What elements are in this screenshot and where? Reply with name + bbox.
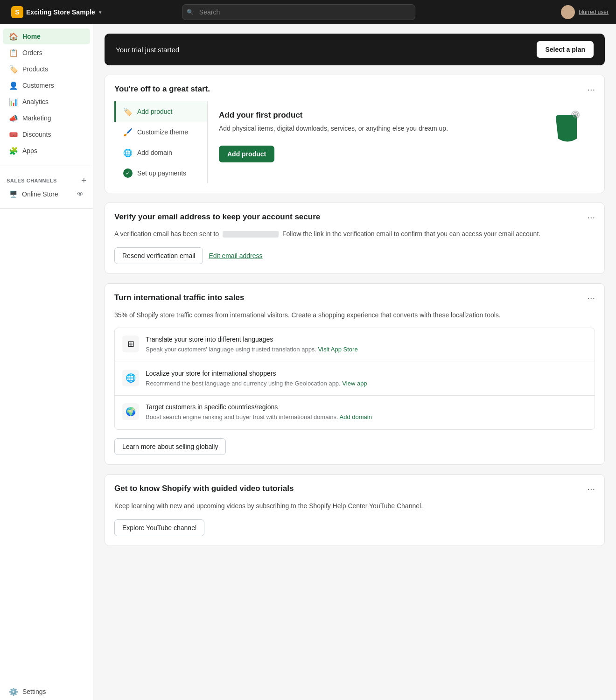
sidebar-products-label: Products (22, 65, 48, 73)
translate-title: Translate your store into different lang… (146, 336, 587, 343)
international-card-description: 35% of Shopify store traffic comes from … (114, 310, 595, 320)
analytics-icon: 📊 (9, 98, 18, 106)
add-domain-link[interactable]: Add domain (340, 413, 372, 420)
add-product-button[interactable]: Add product (219, 146, 274, 162)
sidebar-marketing-label: Marketing (22, 114, 51, 122)
localize-icon: 🌐 (122, 370, 139, 386)
sidebar-item-products[interactable]: 🏷️ Products (3, 61, 90, 77)
sidebar-customers-label: Customers (22, 82, 54, 89)
youtube-card-more-button[interactable]: ··· (587, 484, 595, 493)
payments-check-icon: ✓ (123, 168, 133, 178)
add-sales-channel-button[interactable]: + (81, 176, 86, 185)
home-icon: 🏠 (9, 32, 18, 41)
sidebar-item-orders[interactable]: 📋 Orders (3, 45, 90, 61)
add-domain-step-icon: 🌐 (123, 148, 133, 157)
sales-channels-label: SALES CHANNELS (7, 178, 57, 183)
international-card: Turn international traffic into sales ··… (105, 283, 605, 465)
top-bar: S Exciting Store Sample ▼ blurred user (0, 0, 616, 24)
setup-steps-sidebar: 🏷️ Add product 🖌️ Customize theme (114, 101, 208, 183)
sidebar: 🏠 Home 📋 Orders 🏷️ Products 👤 Customers … (0, 24, 93, 700)
international-items-list: ⊞ Translate your store into different la… (114, 328, 595, 430)
list-item: ⊞ Translate your store into different la… (115, 328, 595, 362)
verify-card-more-button[interactable]: ··· (587, 212, 595, 222)
setup-card-more-button[interactable]: ··· (587, 84, 595, 94)
setup-step-customize-theme[interactable]: 🖌️ Customize theme (114, 122, 207, 142)
store-icon: S (11, 6, 23, 18)
customize-theme-step-icon: 🖌️ (123, 127, 133, 137)
avatar-name: blurred user (579, 9, 609, 15)
avatar[interactable] (561, 5, 575, 19)
add-domain-step-label: Add domain (137, 149, 172, 156)
list-item: 🌍 Target customers in specific countries… (115, 396, 595, 429)
target-regions-icon: 🌍 (122, 403, 139, 420)
sidebar-home-label: Home (22, 33, 41, 40)
store-name-label: Exciting Store Sample (26, 8, 95, 16)
setup-step-set-up-payments[interactable]: ✓ Set up payments (114, 163, 207, 183)
trial-banner: Your trial just started Select a plan (105, 34, 605, 65)
view-geolocation-app-link[interactable]: View app (342, 380, 367, 387)
top-bar-right: blurred user (561, 5, 609, 19)
translate-desc: Speak your customers' language using tru… (146, 345, 587, 354)
target-regions-content: Target customers in specific countries/r… (146, 403, 587, 422)
youtube-card-description: Keep learning with new and upcoming vide… (114, 501, 595, 511)
set-up-payments-step-label: Set up payments (137, 169, 186, 177)
setup-step-active-title: Add your first product (219, 111, 584, 120)
sidebar-item-analytics[interactable]: 📊 Analytics (3, 94, 90, 110)
verify-email-title: Verify your email address to keep your a… (114, 212, 320, 222)
resend-verification-button[interactable]: Resend verification email (114, 247, 203, 264)
store-chevron-icon: ▼ (98, 10, 103, 15)
edit-email-link[interactable]: Edit email address (209, 252, 262, 259)
online-store-icon: 🖥️ (9, 190, 17, 198)
youtube-card-title: Get to know Shopify with guided video tu… (114, 484, 294, 493)
trial-banner-text: Your trial just started (116, 46, 179, 54)
target-regions-title: Target customers in specific countries/r… (146, 403, 587, 411)
verify-card-actions: Resend verification email Edit email add… (114, 247, 595, 264)
sidebar-discounts-label: Discounts (22, 131, 51, 138)
store-selector[interactable]: S Exciting Store Sample ▼ (7, 3, 106, 21)
sidebar-apps-label: Apps (22, 147, 37, 154)
sidebar-orders-label: Orders (22, 49, 42, 56)
settings-icon: ⚙️ (9, 687, 18, 696)
verify-email-card: Verify your email address to keep your a… (105, 203, 605, 274)
sidebar-analytics-label: Analytics (22, 98, 49, 105)
products-icon: 🏷️ (9, 65, 18, 73)
apps-icon: 🧩 (9, 147, 18, 155)
sidebar-item-marketing[interactable]: 📣 Marketing (3, 110, 90, 126)
setup-step-add-product[interactable]: 🏷️ Add product (114, 101, 207, 122)
setup-step-active-desc: Add physical items, digital downloads, s… (219, 124, 584, 133)
sidebar-item-customers[interactable]: 👤 Customers (3, 77, 90, 93)
international-card-title: Turn international traffic into sales (114, 293, 244, 302)
translate-icon: ⊞ (122, 336, 139, 352)
explore-youtube-button[interactable]: Explore YouTube channel (114, 519, 204, 536)
discounts-icon: 🎟️ (9, 130, 18, 139)
setup-layout: 🏷️ Add product 🖌️ Customize theme (114, 101, 595, 183)
main-content: Your trial just started Select a plan Yo… (93, 24, 616, 700)
product-tag-visual (551, 111, 584, 146)
sidebar-item-settings[interactable]: ⚙️ Settings (3, 684, 90, 700)
sidebar-item-discounts[interactable]: 🎟️ Discounts (3, 126, 90, 142)
learn-more-global-button[interactable]: Learn more about selling globally (114, 438, 226, 455)
verify-email-description: A verification email has been sent to Fo… (114, 229, 595, 239)
list-item: 🌐 Localize your store for international … (115, 362, 595, 396)
add-product-step-icon: 🏷️ (123, 107, 133, 116)
visit-app-store-link[interactable]: Visit App Store (318, 346, 358, 353)
sidebar-item-online-store[interactable]: 🖥️ Online Store 👁 (3, 187, 90, 201)
localize-title: Localize your store for international sh… (146, 370, 587, 377)
orders-icon: 📋 (9, 49, 18, 57)
set-up-payments-step-icon: ✓ (123, 168, 133, 178)
search-input[interactable] (182, 4, 415, 20)
sidebar-settings-label: Settings (22, 688, 46, 695)
marketing-icon: 📣 (9, 114, 18, 122)
setup-step-content: Add your first product Add physical item… (208, 101, 595, 183)
international-card-more-button[interactable]: ··· (587, 293, 595, 302)
sales-channels-header: SALES CHANNELS + (0, 173, 93, 187)
online-store-eye-icon[interactable]: 👁 (77, 190, 84, 198)
customers-icon: 👤 (9, 81, 18, 90)
select-plan-button[interactable]: Select a plan (537, 41, 594, 58)
setup-step-add-domain[interactable]: 🌐 Add domain (114, 142, 207, 163)
search-bar (182, 4, 415, 20)
redacted-email (223, 231, 279, 238)
youtube-card: Get to know Shopify with guided video tu… (105, 474, 605, 546)
sidebar-item-home[interactable]: 🏠 Home (3, 28, 90, 44)
sidebar-item-apps[interactable]: 🧩 Apps (3, 143, 90, 159)
